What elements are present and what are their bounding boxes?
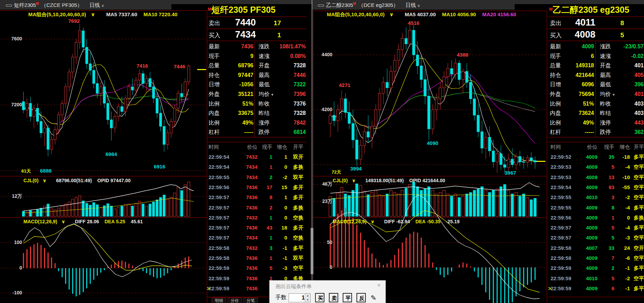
tick-oi-change: -2 xyxy=(616,273,630,283)
axis-label: 4400 xyxy=(311,52,332,57)
quote-value: 401 xyxy=(617,89,644,99)
lots-stepper[interactable]: ▲▼ xyxy=(289,293,311,302)
tick-open-close: 空换 xyxy=(293,213,306,223)
flat-button[interactable]: 平 xyxy=(343,293,352,302)
bottom-tab[interactable]: 分笔 xyxy=(243,297,258,303)
bid-row: 买入74341 xyxy=(207,29,306,41)
quote-value: 443 xyxy=(617,118,644,128)
tick-volume: 1 xyxy=(259,213,272,223)
tick-price: 7436 xyxy=(234,283,258,293)
reverse-button[interactable]: 反 xyxy=(356,293,366,302)
avg-price-chevron-icon[interactable]: ▼ xyxy=(271,93,274,97)
tick-price: 7436 xyxy=(234,273,258,283)
quote-label: 杠杆 xyxy=(550,127,561,137)
tick-oi-change: 15 xyxy=(275,182,287,192)
macd-selector[interactable]: MACD(12,26,9)∨ xyxy=(333,219,379,224)
bottom-tab[interactable]: 分价 xyxy=(228,297,242,303)
column-divider xyxy=(254,42,255,137)
tick-price: 4009 xyxy=(574,253,597,263)
avg-price-chevron-icon[interactable]: ▼ xyxy=(612,93,615,97)
quote-value: 9 xyxy=(226,51,253,61)
label: 卖出 xyxy=(209,19,220,27)
macd-selector[interactable]: MACD(12,26,9)∨ xyxy=(23,219,69,224)
ma-combo-selector[interactable]: MA组合(5,10,20,40,60,0)∨ xyxy=(327,11,399,17)
tick-price: 4009 xyxy=(574,182,597,192)
tick-open-close: 多平 xyxy=(293,243,306,253)
tick-oi-change: -3 xyxy=(616,233,630,243)
tick-row: 22:59:5574342-2双平 xyxy=(207,172,306,182)
quote-value: 362 xyxy=(617,127,644,137)
tick-price: 4009 xyxy=(574,233,597,243)
charts-canvas[interactable]: 76927416744669846888691661天4516427143884… xyxy=(0,0,644,303)
divider xyxy=(548,137,644,137)
ma5-value: MA5 4037.00 xyxy=(405,11,436,17)
divider xyxy=(207,142,306,142)
tick-open-close: 多开 xyxy=(293,223,306,233)
tick-open-close: 空开 xyxy=(634,243,644,253)
dea-value: DEA 5.25 xyxy=(104,219,125,224)
quote-value: 35121 xyxy=(226,89,253,99)
quote-value: 75694 xyxy=(565,89,594,99)
tick-open-close: 双平 xyxy=(293,172,306,182)
quote-label: 开盘 xyxy=(600,61,611,70)
spin-down-icon[interactable]: ▼ xyxy=(305,298,310,302)
tick-row: 22:59:57743620多换 xyxy=(207,203,306,213)
draw-pen-icon[interactable]: ✎ xyxy=(371,294,376,302)
tick-row: 22:59:53400913-10空平 xyxy=(548,172,644,182)
buy-button[interactable]: 买 xyxy=(315,293,324,302)
tick-price: 7432 xyxy=(234,243,258,253)
right-cjl-header: CJL(0)∨ 149318.00(51:49) OPID 421644.00 xyxy=(333,178,449,183)
tick-row: 22:59:5874361-1双平 xyxy=(207,253,306,263)
sell-button[interactable]: 卖 xyxy=(329,293,338,302)
quote-label: 最低 xyxy=(600,80,611,89)
tick-volume: 1 xyxy=(259,152,272,162)
tick-col-header: 现手 xyxy=(600,144,614,150)
cjl-selector[interactable]: CJL(0)∨ xyxy=(333,178,360,183)
tick-open-close: 空平 xyxy=(634,162,644,172)
quote-value: 7436 xyxy=(226,42,253,51)
tick-oi-change: 0 xyxy=(275,213,287,223)
tick-open-close: 多换 xyxy=(634,213,644,223)
tick-open-close: 多平 xyxy=(634,223,644,233)
tick-open-close: 空平 xyxy=(293,263,306,273)
tick-volume: 5 xyxy=(259,263,272,273)
tick-price: 7436 xyxy=(234,263,258,273)
ma10-value: MA10 4056.90 xyxy=(442,11,476,17)
diff-value: DIFF -62.94 xyxy=(384,219,410,224)
divider xyxy=(548,297,644,297)
cloud-condition-order-dialog: 画出云端条件单 × 手数 ▲▼ 买卖平反 ✎ xyxy=(269,280,386,303)
tick-open-close: 双开 xyxy=(293,152,306,162)
label: 卖出 xyxy=(550,19,562,27)
tick-oi-change: 0 xyxy=(275,203,287,213)
bid-row-price: 7434 xyxy=(228,29,256,40)
tick-volume: 3 xyxy=(600,192,614,202)
right-macd-header: MACD(12,26,9)∨ DIFF -62.94 DEA -50.35 -2… xyxy=(333,219,464,224)
tick-volume: 2 xyxy=(259,172,272,182)
axis-label: 46万 xyxy=(311,181,332,187)
tick-price: 7434 xyxy=(234,162,258,172)
bottom-tab[interactable]: 明细 xyxy=(212,297,226,303)
spin-up-icon[interactable]: ▲ xyxy=(305,294,310,298)
label: 买入 xyxy=(209,31,220,39)
quote-value: ----- xyxy=(226,127,253,137)
quote-label: 速涨 xyxy=(259,51,270,61)
quote-label: 速涨 xyxy=(600,51,611,61)
tick-open-close: 多平 xyxy=(634,203,644,213)
macd-last-value: 45.61 xyxy=(131,219,143,224)
tick-price: 4009 xyxy=(574,283,597,293)
bid-row-qty: 1 xyxy=(267,31,281,39)
ask-row-price: 7440 xyxy=(228,17,256,28)
quote-label: 昨收 xyxy=(259,99,270,109)
tick-price: 4009 xyxy=(574,152,597,162)
cjl-selector[interactable]: CJL(0)∨ xyxy=(23,178,51,183)
lots-input[interactable] xyxy=(289,294,305,302)
tick-col-header: 价位 xyxy=(234,144,258,150)
close-icon[interactable]: × xyxy=(377,282,381,289)
tick-oi-change: -10 xyxy=(616,172,630,182)
tick-oi-change: 1 xyxy=(275,152,287,162)
tick-price: 4010 xyxy=(574,273,597,283)
tick-volume: 6 xyxy=(600,283,614,293)
quote-label: 昨结 xyxy=(259,108,270,118)
ma-combo-selector[interactable]: MA组合(5,10,20,40,60,0)∨ xyxy=(28,11,100,17)
quote-label: 涨停 xyxy=(259,118,270,128)
